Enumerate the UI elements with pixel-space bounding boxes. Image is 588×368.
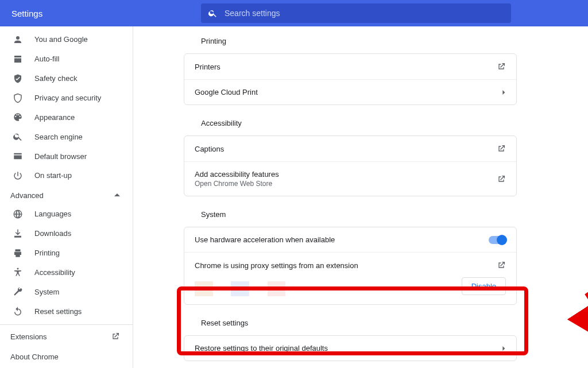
restore-defaults-row[interactable]: Restore settings to their original defau… <box>184 336 516 361</box>
printing-card: Printers Google Cloud Print <box>184 53 517 105</box>
sidebar-item-label: Search engine <box>34 133 83 141</box>
proxy-label: Chrome is using proxy settings from an e… <box>195 261 497 270</box>
sidebar-item-label: Safety check <box>34 74 77 83</box>
section-a11y-title: Accessibility <box>201 119 517 127</box>
open-external-icon <box>497 261 506 270</box>
disable-button[interactable]: Disable <box>462 277 506 295</box>
search-engine-icon <box>13 131 23 142</box>
printers-label: Printers <box>195 63 497 71</box>
hw-accel-label: Use hardware acceleration when available <box>195 235 489 244</box>
section-reset-title: Reset settings <box>201 319 517 327</box>
person-icon <box>13 34 23 45</box>
main-panel: Printing Printers Google Cloud Print Acc… <box>133 26 588 368</box>
sidebar-item-safety-check[interactable]: Safety check <box>0 69 133 88</box>
gcp-label: Google Cloud Print <box>195 88 501 96</box>
section-system-title: System <box>201 210 517 219</box>
google-cloud-print-row[interactable]: Google Cloud Print <box>184 79 516 104</box>
hw-accel-row[interactable]: Use hardware acceleration when available <box>184 227 516 252</box>
autofill-icon <box>13 54 23 64</box>
restore-defaults-label: Restore settings to their original defau… <box>195 344 501 352</box>
page-title: Settings <box>0 9 115 18</box>
sidebar-item-default-browser[interactable]: Default browser <box>0 146 133 166</box>
print-icon <box>13 248 23 258</box>
search-box[interactable] <box>201 3 511 23</box>
search-input[interactable] <box>225 9 504 18</box>
safety-icon <box>13 73 23 84</box>
system-card: Use hardware acceleration when available… <box>184 227 517 305</box>
captions-row[interactable]: Captions <box>184 136 516 161</box>
sidebar-advanced-toggle[interactable]: Advanced <box>0 185 133 204</box>
sidebar-extensions[interactable]: Extensions <box>0 325 133 348</box>
sidebar-item-label: On start-up <box>34 171 72 180</box>
open-external-icon <box>111 332 120 341</box>
sidebar-item-startup[interactable]: On start-up <box>0 166 133 185</box>
sidebar-item-you-and-google[interactable]: You and Google <box>0 30 133 49</box>
chevron-up-icon <box>114 192 120 198</box>
open-external-icon <box>497 175 506 184</box>
sidebar-item-label: You and Google <box>34 35 88 44</box>
sidebar-item-accessibility[interactable]: Accessibility <box>0 262 133 282</box>
sidebar: You and Google Auto-fill Safety check Pr… <box>0 26 133 368</box>
chevron-right-icon <box>501 346 506 351</box>
hw-accel-toggle[interactable] <box>489 236 506 244</box>
add-a11y-label: Add accessibility features <box>195 170 497 179</box>
browser-icon <box>13 151 23 161</box>
sidebar-about[interactable]: About Chrome <box>0 348 133 368</box>
open-external-icon <box>497 144 506 153</box>
sidebar-item-label: Reset settings <box>34 307 82 316</box>
sidebar-item-label: System <box>34 288 59 296</box>
sidebar-item-label: Languages <box>34 210 71 218</box>
captions-label: Captions <box>195 145 497 153</box>
header-bar: Settings <box>0 0 588 26</box>
sidebar-about-label: About Chrome <box>10 352 59 361</box>
search-icon <box>208 8 218 18</box>
globe-icon <box>13 209 23 219</box>
sidebar-item-label: Accessibility <box>34 268 75 277</box>
sidebar-item-privacy[interactable]: Privacy and security <box>0 88 133 108</box>
open-external-icon <box>497 62 506 71</box>
accessibility-card: Captions Add accessibility features Open… <box>184 135 517 196</box>
shield-icon <box>13 93 23 103</box>
chevron-right-icon <box>501 90 506 95</box>
sidebar-item-appearance[interactable]: Appearance <box>0 107 133 127</box>
sidebar-item-label: Printing <box>34 249 60 257</box>
download-icon <box>13 228 23 239</box>
power-icon <box>13 171 23 181</box>
sidebar-item-label: Auto-fill <box>34 55 59 63</box>
sidebar-item-autofill[interactable]: Auto-fill <box>0 49 133 69</box>
wrench-icon <box>13 286 23 297</box>
sidebar-item-system[interactable]: System <box>0 282 133 301</box>
annotation-arrow-icon <box>529 287 588 356</box>
sidebar-item-downloads[interactable]: Downloads <box>0 224 133 243</box>
sidebar-item-label: Default browser <box>34 152 87 161</box>
sidebar-extensions-label: Extensions <box>10 332 47 341</box>
sidebar-item-label: Downloads <box>34 229 71 238</box>
a11y-icon <box>13 267 23 277</box>
reset-icon <box>13 306 23 316</box>
sidebar-item-printing[interactable]: Printing <box>0 243 133 263</box>
palette-icon <box>13 112 23 122</box>
reset-card: Restore settings to their original defau… <box>184 335 517 361</box>
proxy-row[interactable]: Chrome is using proxy settings from an e… <box>184 252 516 304</box>
printers-row[interactable]: Printers <box>184 54 516 79</box>
extension-strip <box>195 281 304 296</box>
sidebar-item-label: Privacy and security <box>34 94 101 102</box>
sidebar-advanced-label: Advanced <box>10 191 44 200</box>
section-printing-title: Printing <box>201 37 517 45</box>
add-a11y-features-row[interactable]: Add accessibility features Open Chrome W… <box>184 161 516 196</box>
add-a11y-sub: Open Chrome Web Store <box>195 180 497 188</box>
sidebar-item-search-engine[interactable]: Search engine <box>0 127 133 146</box>
sidebar-item-reset[interactable]: Reset settings <box>0 301 133 321</box>
sidebar-item-languages[interactable]: Languages <box>0 204 133 224</box>
sidebar-item-label: Appearance <box>34 113 75 122</box>
